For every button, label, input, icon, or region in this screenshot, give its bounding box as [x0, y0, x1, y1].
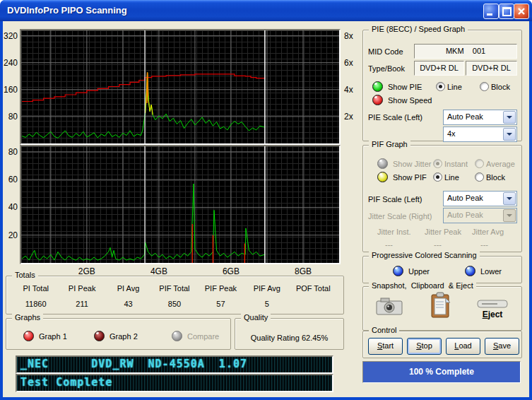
show-pif-label: Show PIF — [393, 173, 427, 182]
type-field: DVD+R DL — [414, 61, 464, 76]
jitter-scale-value: Auto Peak — [447, 211, 483, 219]
quality-group-title: Quality — [241, 313, 271, 322]
save-button[interactable]: Save — [485, 338, 519, 355]
pif-block-label: Block — [486, 173, 505, 182]
axis-tick-label: 2x — [344, 112, 361, 122]
show-pie-label: Show PIE — [388, 83, 422, 91]
pie-scale-dropdown[interactable]: Auto Peak — [443, 110, 517, 125]
jitter-average-label: Average — [486, 160, 515, 168]
compare-label: Compare — [187, 332, 219, 341]
clipboard-copy-icon[interactable] — [430, 291, 452, 319]
totals-col-value: 211 — [59, 300, 105, 308]
control-group-title: Control — [369, 326, 399, 334]
load-button[interactable]: Load — [446, 338, 480, 355]
jitter-inst-label: Jitter Inst. — [377, 228, 411, 236]
totals-col-label: POF Total — [290, 284, 336, 293]
graph2-led-button[interactable] — [94, 331, 105, 341]
lower-led-button[interactable] — [465, 266, 475, 276]
chevron-down-icon — [507, 214, 512, 220]
window-title: DVDInfoPro PIPO Scanning — [7, 5, 127, 16]
totals-col-value: 11860 — [13, 300, 59, 308]
jitter-avg-value: --- — [480, 240, 488, 249]
show-pif-led-button[interactable] — [377, 172, 388, 182]
pif-line-radio[interactable] — [433, 172, 442, 182]
pif-group-title: PIF Graph — [369, 140, 410, 148]
close-icon — [516, 6, 527, 17]
minimize-button[interactable] — [483, 4, 499, 19]
drive-lcd-display: _NEC DVD_RW ND-4550A 1.07 — [16, 355, 333, 374]
camera-snapshot-icon[interactable] — [375, 296, 403, 316]
axis-tick-label: 8x — [344, 31, 361, 41]
pie-block-radio[interactable] — [480, 82, 489, 91]
title-bar[interactable]: DVDInfoPro PIPO Scanning — [0, 0, 532, 21]
show-jitter-label: Show Jitter — [393, 160, 431, 168]
totals-col-label: PIF Peak — [198, 284, 244, 293]
graph1-led-button[interactable] — [23, 331, 34, 341]
chevron-down-icon — [507, 133, 512, 139]
pie-speed-plot — [20, 29, 341, 145]
graph2-label: Graph 2 — [110, 332, 138, 341]
pie-block-label: Block — [491, 83, 510, 91]
show-speed-led-button[interactable] — [372, 95, 383, 105]
eject-drive-icon[interactable] — [476, 298, 509, 309]
chevron-down-icon — [507, 116, 512, 122]
status-lcd-display: Test Complete — [16, 374, 333, 392]
pif-scale-value: Auto Peak — [447, 194, 483, 202]
axis-tick-label: 8GB — [289, 266, 317, 276]
totals-header-row: PI Total PI Peak PI Avg PIF Total PIF Pe… — [13, 284, 336, 293]
axis-tick-label: 4x — [344, 85, 361, 95]
totals-col-value: 5 — [244, 300, 290, 308]
quality-group: Quality Quality Rating 62.45% — [235, 318, 344, 350]
pif-plot — [20, 145, 341, 264]
totals-col-value: 57 — [198, 300, 244, 308]
pif-plot-canvas — [21, 146, 339, 263]
pie-speed-plot-canvas — [21, 30, 339, 143]
axis-tick-label: 160 — [0, 85, 18, 95]
totals-values-row: 11860 211 43 850 57 5 — [13, 300, 336, 308]
axis-tick-label: 80 — [0, 147, 18, 157]
eject-button-label[interactable]: Eject — [476, 310, 509, 319]
compare-led-button — [172, 331, 182, 341]
pie-scale-value: Auto Peak — [447, 112, 483, 121]
status-lcd-text: Test Complete — [17, 375, 332, 390]
pie-line-radio[interactable] — [436, 82, 445, 91]
axis-tick-label: 240 — [0, 58, 18, 68]
maximize-icon — [502, 7, 512, 16]
totals-col-value: 43 — [105, 300, 151, 308]
pif-scale-dropdown-button[interactable] — [503, 192, 516, 205]
speed-scale-dropdown-button[interactable] — [503, 128, 516, 141]
totals-col-value — [290, 300, 336, 308]
totals-group: Totals — [6, 276, 344, 314]
jitter-inst-value: --- — [385, 240, 393, 249]
pie-scale-dropdown-button[interactable] — [503, 111, 516, 124]
pif-scale-dropdown[interactable]: Auto Peak — [443, 191, 517, 206]
pie-line-label: Line — [447, 83, 462, 91]
axis-tick-label: 80 — [0, 112, 18, 122]
jitter-peak-value: --- — [434, 240, 442, 249]
mid-code-label: MID Code — [368, 47, 403, 56]
upper-led-button[interactable] — [393, 266, 403, 276]
speed-scale-value: 4x — [447, 129, 456, 138]
jitter-scale-dropdown: Auto Peak — [443, 208, 517, 223]
pif-block-radio[interactable] — [475, 172, 484, 182]
show-pie-led-button[interactable] — [372, 81, 383, 92]
totals-col-label: PIF Total — [151, 284, 197, 293]
close-button[interactable] — [514, 4, 529, 19]
upper-label: Upper — [408, 267, 430, 276]
axis-tick-label: 6GB — [217, 266, 245, 276]
jitter-instant-label: Instant — [444, 160, 468, 168]
axis-tick-label: 60 — [0, 175, 18, 184]
speed-scale-dropdown[interactable]: 4x — [443, 127, 517, 142]
type-book-label: Type/Book — [368, 64, 405, 73]
totals-col-label: PI Peak — [59, 284, 105, 293]
jitter-scale-label: Jitter Scale (Right) — [368, 212, 432, 220]
start-button[interactable]: Start — [368, 338, 403, 355]
graph1-label: Graph 1 — [39, 332, 67, 341]
stop-button[interactable]: Stop — [407, 338, 442, 355]
maximize-button[interactable] — [499, 4, 514, 19]
axis-tick-label: 40 — [0, 202, 18, 212]
jitter-peak-label: Jitter Peak — [425, 228, 461, 236]
book-field: DVD+R DL — [466, 61, 517, 76]
show-speed-label: Show Speed — [388, 96, 432, 105]
minimize-icon — [487, 13, 492, 16]
